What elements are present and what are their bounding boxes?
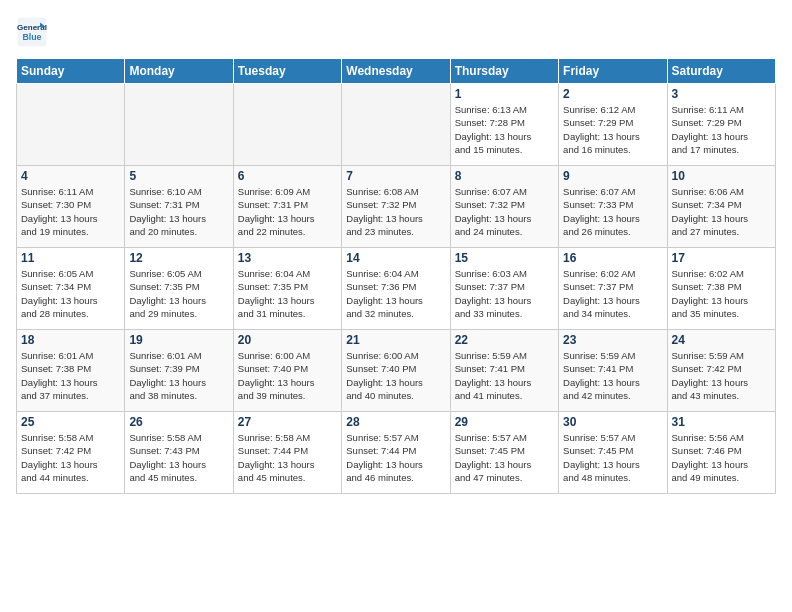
day-info: Sunrise: 5:57 AM Sunset: 7:45 PM Dayligh… bbox=[563, 431, 662, 484]
day-info: Sunrise: 6:00 AM Sunset: 7:40 PM Dayligh… bbox=[238, 349, 337, 402]
weekday-header-sunday: Sunday bbox=[17, 59, 125, 84]
day-info: Sunrise: 5:58 AM Sunset: 7:43 PM Dayligh… bbox=[129, 431, 228, 484]
day-number: 19 bbox=[129, 333, 228, 347]
day-info: Sunrise: 6:12 AM Sunset: 7:29 PM Dayligh… bbox=[563, 103, 662, 156]
calendar-cell: 1Sunrise: 6:13 AM Sunset: 7:28 PM Daylig… bbox=[450, 84, 558, 166]
calendar-cell: 28Sunrise: 5:57 AM Sunset: 7:44 PM Dayli… bbox=[342, 412, 450, 494]
day-info: Sunrise: 5:58 AM Sunset: 7:42 PM Dayligh… bbox=[21, 431, 120, 484]
day-number: 1 bbox=[455, 87, 554, 101]
day-info: Sunrise: 6:13 AM Sunset: 7:28 PM Dayligh… bbox=[455, 103, 554, 156]
day-number: 24 bbox=[672, 333, 771, 347]
calendar-cell: 19Sunrise: 6:01 AM Sunset: 7:39 PM Dayli… bbox=[125, 330, 233, 412]
day-number: 21 bbox=[346, 333, 445, 347]
day-info: Sunrise: 6:03 AM Sunset: 7:37 PM Dayligh… bbox=[455, 267, 554, 320]
day-info: Sunrise: 6:11 AM Sunset: 7:29 PM Dayligh… bbox=[672, 103, 771, 156]
day-info: Sunrise: 6:01 AM Sunset: 7:39 PM Dayligh… bbox=[129, 349, 228, 402]
day-info: Sunrise: 6:07 AM Sunset: 7:32 PM Dayligh… bbox=[455, 185, 554, 238]
day-info: Sunrise: 6:05 AM Sunset: 7:34 PM Dayligh… bbox=[21, 267, 120, 320]
day-info: Sunrise: 6:10 AM Sunset: 7:31 PM Dayligh… bbox=[129, 185, 228, 238]
day-info: Sunrise: 6:07 AM Sunset: 7:33 PM Dayligh… bbox=[563, 185, 662, 238]
calendar-table: SundayMondayTuesdayWednesdayThursdayFrid… bbox=[16, 58, 776, 494]
calendar-cell: 9Sunrise: 6:07 AM Sunset: 7:33 PM Daylig… bbox=[559, 166, 667, 248]
calendar-cell: 25Sunrise: 5:58 AM Sunset: 7:42 PM Dayli… bbox=[17, 412, 125, 494]
day-number: 16 bbox=[563, 251, 662, 265]
weekday-header-monday: Monday bbox=[125, 59, 233, 84]
day-info: Sunrise: 5:59 AM Sunset: 7:41 PM Dayligh… bbox=[563, 349, 662, 402]
day-number: 27 bbox=[238, 415, 337, 429]
logo: General Blue bbox=[16, 16, 52, 48]
day-info: Sunrise: 6:02 AM Sunset: 7:38 PM Dayligh… bbox=[672, 267, 771, 320]
day-info: Sunrise: 5:56 AM Sunset: 7:46 PM Dayligh… bbox=[672, 431, 771, 484]
calendar-cell: 16Sunrise: 6:02 AM Sunset: 7:37 PM Dayli… bbox=[559, 248, 667, 330]
day-info: Sunrise: 6:04 AM Sunset: 7:35 PM Dayligh… bbox=[238, 267, 337, 320]
day-number: 26 bbox=[129, 415, 228, 429]
day-number: 28 bbox=[346, 415, 445, 429]
day-info: Sunrise: 6:05 AM Sunset: 7:35 PM Dayligh… bbox=[129, 267, 228, 320]
calendar-cell: 14Sunrise: 6:04 AM Sunset: 7:36 PM Dayli… bbox=[342, 248, 450, 330]
day-info: Sunrise: 6:11 AM Sunset: 7:30 PM Dayligh… bbox=[21, 185, 120, 238]
weekday-header-row: SundayMondayTuesdayWednesdayThursdayFrid… bbox=[17, 59, 776, 84]
calendar-cell bbox=[17, 84, 125, 166]
calendar-page: General Blue SundayMondayTuesdayWednesda… bbox=[0, 0, 792, 612]
day-number: 13 bbox=[238, 251, 337, 265]
calendar-week-5: 25Sunrise: 5:58 AM Sunset: 7:42 PM Dayli… bbox=[17, 412, 776, 494]
day-number: 7 bbox=[346, 169, 445, 183]
calendar-cell: 26Sunrise: 5:58 AM Sunset: 7:43 PM Dayli… bbox=[125, 412, 233, 494]
day-number: 10 bbox=[672, 169, 771, 183]
calendar-cell: 5Sunrise: 6:10 AM Sunset: 7:31 PM Daylig… bbox=[125, 166, 233, 248]
calendar-week-3: 11Sunrise: 6:05 AM Sunset: 7:34 PM Dayli… bbox=[17, 248, 776, 330]
calendar-cell: 23Sunrise: 5:59 AM Sunset: 7:41 PM Dayli… bbox=[559, 330, 667, 412]
weekday-header-saturday: Saturday bbox=[667, 59, 775, 84]
calendar-cell bbox=[233, 84, 341, 166]
day-info: Sunrise: 5:59 AM Sunset: 7:41 PM Dayligh… bbox=[455, 349, 554, 402]
calendar-week-4: 18Sunrise: 6:01 AM Sunset: 7:38 PM Dayli… bbox=[17, 330, 776, 412]
day-number: 30 bbox=[563, 415, 662, 429]
calendar-cell: 3Sunrise: 6:11 AM Sunset: 7:29 PM Daylig… bbox=[667, 84, 775, 166]
calendar-cell: 11Sunrise: 6:05 AM Sunset: 7:34 PM Dayli… bbox=[17, 248, 125, 330]
weekday-header-thursday: Thursday bbox=[450, 59, 558, 84]
day-number: 6 bbox=[238, 169, 337, 183]
day-number: 20 bbox=[238, 333, 337, 347]
day-info: Sunrise: 6:09 AM Sunset: 7:31 PM Dayligh… bbox=[238, 185, 337, 238]
calendar-cell: 30Sunrise: 5:57 AM Sunset: 7:45 PM Dayli… bbox=[559, 412, 667, 494]
day-number: 9 bbox=[563, 169, 662, 183]
day-number: 17 bbox=[672, 251, 771, 265]
day-number: 4 bbox=[21, 169, 120, 183]
day-number: 2 bbox=[563, 87, 662, 101]
day-number: 15 bbox=[455, 251, 554, 265]
calendar-cell: 15Sunrise: 6:03 AM Sunset: 7:37 PM Dayli… bbox=[450, 248, 558, 330]
calendar-week-2: 4Sunrise: 6:11 AM Sunset: 7:30 PM Daylig… bbox=[17, 166, 776, 248]
day-info: Sunrise: 6:04 AM Sunset: 7:36 PM Dayligh… bbox=[346, 267, 445, 320]
calendar-cell: 8Sunrise: 6:07 AM Sunset: 7:32 PM Daylig… bbox=[450, 166, 558, 248]
calendar-cell: 31Sunrise: 5:56 AM Sunset: 7:46 PM Dayli… bbox=[667, 412, 775, 494]
weekday-header-friday: Friday bbox=[559, 59, 667, 84]
calendar-week-1: 1Sunrise: 6:13 AM Sunset: 7:28 PM Daylig… bbox=[17, 84, 776, 166]
calendar-cell: 29Sunrise: 5:57 AM Sunset: 7:45 PM Dayli… bbox=[450, 412, 558, 494]
day-number: 5 bbox=[129, 169, 228, 183]
day-number: 14 bbox=[346, 251, 445, 265]
day-number: 23 bbox=[563, 333, 662, 347]
day-number: 8 bbox=[455, 169, 554, 183]
calendar-cell bbox=[342, 84, 450, 166]
calendar-cell: 7Sunrise: 6:08 AM Sunset: 7:32 PM Daylig… bbox=[342, 166, 450, 248]
calendar-cell: 13Sunrise: 6:04 AM Sunset: 7:35 PM Dayli… bbox=[233, 248, 341, 330]
calendar-cell: 4Sunrise: 6:11 AM Sunset: 7:30 PM Daylig… bbox=[17, 166, 125, 248]
day-info: Sunrise: 6:02 AM Sunset: 7:37 PM Dayligh… bbox=[563, 267, 662, 320]
calendar-cell: 18Sunrise: 6:01 AM Sunset: 7:38 PM Dayli… bbox=[17, 330, 125, 412]
calendar-cell: 22Sunrise: 5:59 AM Sunset: 7:41 PM Dayli… bbox=[450, 330, 558, 412]
calendar-cell: 12Sunrise: 6:05 AM Sunset: 7:35 PM Dayli… bbox=[125, 248, 233, 330]
calendar-cell: 17Sunrise: 6:02 AM Sunset: 7:38 PM Dayli… bbox=[667, 248, 775, 330]
day-number: 25 bbox=[21, 415, 120, 429]
calendar-cell: 24Sunrise: 5:59 AM Sunset: 7:42 PM Dayli… bbox=[667, 330, 775, 412]
day-info: Sunrise: 5:57 AM Sunset: 7:44 PM Dayligh… bbox=[346, 431, 445, 484]
calendar-cell bbox=[125, 84, 233, 166]
calendar-cell: 10Sunrise: 6:06 AM Sunset: 7:34 PM Dayli… bbox=[667, 166, 775, 248]
day-number: 18 bbox=[21, 333, 120, 347]
weekday-header-wednesday: Wednesday bbox=[342, 59, 450, 84]
header: General Blue bbox=[16, 16, 776, 48]
calendar-cell: 27Sunrise: 5:58 AM Sunset: 7:44 PM Dayli… bbox=[233, 412, 341, 494]
svg-text:Blue: Blue bbox=[22, 32, 41, 42]
day-number: 31 bbox=[672, 415, 771, 429]
day-number: 29 bbox=[455, 415, 554, 429]
calendar-cell: 6Sunrise: 6:09 AM Sunset: 7:31 PM Daylig… bbox=[233, 166, 341, 248]
